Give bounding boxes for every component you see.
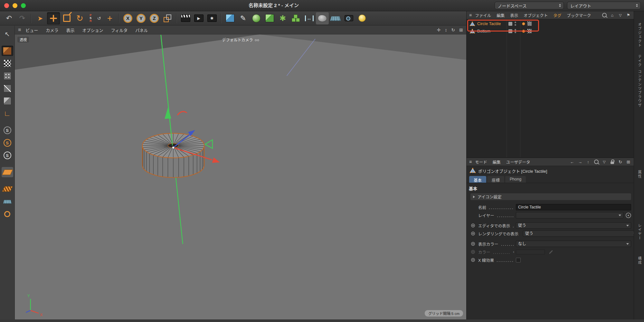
cloner-button[interactable] [289, 12, 302, 24]
light-button[interactable] [355, 12, 368, 24]
keyframe-dot-icon[interactable] [471, 242, 475, 246]
object-manager-menu-item[interactable]: ファイル [475, 12, 491, 18]
workplane-lock-button[interactable] [2, 184, 13, 194]
undo-button[interactable]: ↶ [3, 12, 15, 24]
render-settings-button[interactable]: ✱ [205, 12, 218, 24]
render-view-button[interactable] [179, 12, 192, 24]
rotate-tool[interactable]: ↻ [73, 12, 86, 24]
name-field[interactable]: Circle Tactile [516, 204, 631, 210]
render-visibility-select[interactable]: 従う [523, 230, 638, 237]
visibility-dots[interactable] [515, 22, 516, 26]
object-row[interactable]: Circle Tactile [467, 20, 634, 27]
maximize-button[interactable] [21, 3, 26, 8]
viewport-menu-item[interactable]: カメラ [46, 27, 58, 33]
planar-workplane-button[interactable] [2, 196, 13, 207]
uvw-tag-icon[interactable] [527, 21, 532, 26]
object-axis-mode-button[interactable]: ∟ [2, 108, 13, 119]
add-primitive-cube-button[interactable] [223, 12, 236, 24]
lock-icon[interactable] [610, 159, 615, 165]
camera-label[interactable]: デフォルトカメラ [222, 37, 259, 42]
snap-3d-button[interactable]: S [2, 138, 13, 148]
keyframe-dot-icon[interactable] [471, 258, 475, 262]
display-tag-icon[interactable] [522, 22, 525, 25]
expand-arrow-icon[interactable]: › [513, 250, 514, 254]
xray-checkbox[interactable] [516, 258, 521, 262]
layout-select[interactable]: レイアウト [567, 2, 641, 9]
object-manager-menu-icon[interactable]: ≡ [469, 13, 472, 18]
viewport-orbit-icon[interactable]: ↻ [451, 27, 455, 32]
icon-settings-group[interactable]: アイコン設定 [470, 193, 631, 200]
viewport-menu-item[interactable]: フィルタ [111, 27, 128, 33]
floor-grid-button[interactable] [329, 12, 342, 24]
viewport-menu-item[interactable]: パネル [135, 27, 148, 33]
volume-mesh-button[interactable] [316, 12, 329, 24]
object-name[interactable]: Circle Tactile [477, 21, 501, 26]
object-manager-menu-item[interactable]: ブックマーク [567, 12, 591, 18]
forward-icon[interactable]: → [577, 159, 583, 165]
spline-pen-button[interactable]: ✎ [237, 12, 250, 24]
enable-toggle[interactable] [508, 22, 513, 26]
panel-tab-4[interactable]: レイヤー [637, 224, 642, 240]
scale-tool[interactable] [60, 12, 73, 24]
filter-icon[interactable]: ▽ [618, 13, 623, 18]
object-manager-menu-item[interactable]: オブジェクト [524, 12, 548, 18]
up-icon[interactable]: ↑ [585, 159, 591, 165]
gizmo-center-point[interactable] [172, 146, 175, 149]
snap-radial-button[interactable] [2, 209, 13, 219]
viewport-menu-item[interactable]: オプション [82, 27, 103, 33]
subdivision-surface-button[interactable] [250, 12, 263, 24]
object-manager-menu-item[interactable]: 表示 [510, 12, 518, 18]
lock-x-axis-button[interactable]: X [121, 12, 134, 24]
panel-tab-2[interactable]: コンテンツブラウザ [637, 70, 642, 107]
live-selection-tool[interactable]: ➤ [34, 12, 47, 24]
search-icon[interactable] [593, 159, 599, 165]
uvw-tag-icon[interactable] [527, 29, 532, 33]
panel-tab-5[interactable]: 構成 [637, 256, 642, 265]
texture-mode-button[interactable] [2, 58, 13, 69]
flag-icon[interactable]: ⚑ [626, 13, 631, 18]
attribute-manager-menu-item[interactable]: 編集 [493, 159, 501, 165]
panel-tab-0[interactable]: オブジェクト [637, 23, 642, 48]
point-mode-button[interactable] [2, 71, 13, 81]
edge-mode-button[interactable] [2, 83, 13, 94]
lock-z-axis-button[interactable]: Z [148, 12, 161, 24]
viewport-3d[interactable]: Y X 透視 デフォルトカメラ グリッド間隔:5 cm [15, 34, 466, 319]
keyframe-dot-icon[interactable] [471, 232, 475, 235]
viewport-menu-icon[interactable]: ≡ [18, 27, 21, 33]
layer-field[interactable] [516, 212, 623, 218]
attribute-manager-menu-item[interactable]: モード [475, 159, 487, 165]
generator-gear-button[interactable]: ✱ [276, 12, 289, 24]
nodespace-select[interactable]: ノードスペース [495, 2, 564, 9]
viewport-layout-icon[interactable]: ⊞ [459, 27, 463, 32]
minimize-button[interactable] [13, 3, 17, 8]
snap-2d-button[interactable]: S [2, 150, 13, 161]
viewport-menu-item[interactable]: ビュー [25, 27, 38, 33]
editor-visibility-select[interactable]: 従う [516, 222, 631, 229]
model-mode-button[interactable] [2, 46, 13, 56]
attribute-manager-menu-item[interactable]: ユーザデータ [506, 159, 530, 165]
display-color-select[interactable]: なし [516, 241, 631, 247]
viewport-zoom-icon[interactable]: ↕ [445, 27, 447, 32]
camera-button[interactable] [342, 12, 355, 24]
viewport-menu-item[interactable]: 表示 [66, 27, 74, 33]
lock-y-axis-button[interactable]: Y [135, 12, 147, 24]
circle-tactile-object[interactable] [142, 133, 204, 178]
display-tag-icon[interactable] [522, 30, 525, 33]
refresh-icon[interactable]: ↻ [618, 159, 623, 165]
attribute-tab[interactable]: 座標 [487, 176, 504, 183]
viewport-pan-icon[interactable]: ✛ [437, 27, 441, 32]
workplane-mode-button[interactable] [2, 167, 13, 177]
attribute-tab[interactable]: Phong [505, 176, 526, 183]
search-icon[interactable] [601, 13, 607, 18]
generator-cube-button[interactable] [263, 12, 276, 24]
visibility-dots[interactable] [515, 29, 516, 33]
close-button[interactable] [4, 3, 9, 8]
enable-toggle[interactable] [508, 29, 513, 33]
object-row[interactable]: Bottom [467, 27, 634, 35]
polygon-mode-button[interactable] [2, 96, 13, 106]
panel-tab-3[interactable]: 属性 [637, 170, 642, 179]
attribute-tab[interactable]: 基本 [469, 176, 486, 183]
filter-icon[interactable]: ▽ [601, 159, 607, 165]
symmetry-button[interactable]: ↔ [303, 12, 316, 24]
home-icon[interactable]: ⌂ [610, 13, 615, 18]
